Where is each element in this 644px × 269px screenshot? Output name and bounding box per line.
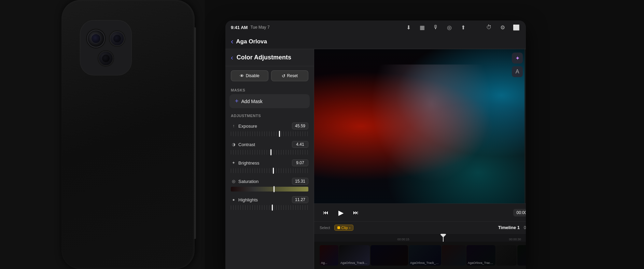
- time-display: 00:00:27:17: [513, 209, 526, 216]
- panel-header: ‹ Color Adjustments: [225, 49, 314, 66]
- iphone-back: [61, 0, 195, 269]
- clock-icon[interactable]: ⏱: [485, 23, 493, 31]
- color-adjustments-panel: ‹ Color Adjustments 👁 Disable ↺ Reset MA…: [225, 49, 314, 269]
- brightness-slider[interactable]: [231, 168, 308, 174]
- clip-label-text: Clip: [341, 226, 348, 230]
- clip-2-label: AgaOrlova_Track_Wid...: [340, 261, 368, 265]
- expand-icon[interactable]: ⬜: [512, 23, 520, 31]
- filmstrip-icon[interactable]: ▦: [418, 23, 426, 31]
- play-button[interactable]: ▶: [336, 208, 346, 217]
- panel-back-button[interactable]: ‹: [231, 54, 233, 61]
- settings-icon[interactable]: ⚙: [499, 23, 507, 31]
- nav-back-button[interactable]: ‹: [231, 37, 233, 46]
- panel-title: Color Adjustments: [237, 54, 308, 61]
- brightness-label: Brightness: [238, 160, 259, 166]
- saturation-label: Saturation: [238, 179, 258, 184]
- contrast-row: ◑ Contrast 4.41: [225, 138, 314, 157]
- contrast-icon: ◑: [231, 142, 236, 147]
- saturation-slider[interactable]: [231, 186, 308, 192]
- clip-3[interactable]: [370, 245, 408, 266]
- clip-chevron: ›: [349, 226, 351, 230]
- add-mask-label: Add Mask: [241, 99, 263, 104]
- contrast-slider[interactable]: [231, 149, 308, 155]
- brightness-value[interactable]: 9.07: [292, 159, 308, 166]
- exposure-row: ↑ Exposure 45.59: [225, 120, 314, 138]
- top-right-icons: ⬇ ▦ 🎙 ◎ ⬆ ⏱ ⚙ ⬜: [404, 23, 520, 31]
- rgb-overlay-panel: RGB Overlay: [524, 49, 526, 203]
- adjustments-section: ADJUSTMENTS ↑ Exposure 45.59: [225, 111, 314, 216]
- contrast-value[interactable]: 4.41: [292, 141, 308, 148]
- timeline-ruler: 00:00:15 00:00:30: [314, 233, 526, 242]
- reset-button[interactable]: ↺ Reset: [271, 70, 309, 81]
- timeline-info-bar: Select Clip › Timeline 1 01:24 ⓘ: [314, 221, 526, 233]
- brightness-row: ✦ Brightness 9.07: [225, 157, 314, 175]
- adjustments-section-label: ADJUSTMENTS: [225, 111, 314, 120]
- reset-icon: ↺: [282, 73, 285, 79]
- location-icon[interactable]: ◎: [445, 23, 453, 31]
- saturation-icon: ◎: [231, 179, 236, 184]
- clip-4[interactable]: AgaOrlova_Track_CU03: [409, 245, 441, 266]
- timeline-name: Timeline 1: [498, 225, 520, 230]
- left-device-area: [0, 0, 205, 269]
- exposure-value[interactable]: 45.59: [292, 123, 308, 129]
- clip-8[interactable]: [517, 245, 526, 266]
- main-content: ‹ Color Adjustments 👁 Disable ↺ Reset MA…: [225, 49, 526, 269]
- highlights-row: ● Highlights 11.27: [225, 194, 314, 212]
- clip-1-label: Ag...: [321, 261, 327, 265]
- clip-1[interactable]: Ag...: [320, 245, 338, 266]
- clip-4-label: AgaOrlova_Track_CU03: [410, 261, 439, 265]
- camera-lens-secondary: [110, 31, 125, 46]
- clip-7[interactable]: [496, 245, 517, 266]
- highlights-icon: ●: [231, 197, 236, 202]
- ruler-mark-30: 00:00:30: [487, 238, 526, 242]
- video-preview: ✦ A RGB Overlay: [314, 49, 526, 203]
- phone-side-bar: [194, 27, 196, 239]
- status-time: 9:41 AM: [231, 25, 248, 30]
- select-label: Select: [320, 226, 330, 230]
- exposure-slider[interactable]: [231, 131, 308, 137]
- app-container: 9:41 AM Tue May 7 ⬇ ▦ 🎙 ◎ ⬆ ⏱ ⚙ ⬜ ‹ Aga …: [225, 20, 526, 269]
- clip-6[interactable]: AgaOrlova_Track_A...: [466, 245, 495, 266]
- highlights-value[interactable]: 11.27: [292, 196, 308, 203]
- timeline-clips: Ag... AgaOrlova_Track_Wid... AgaOrlova_T…: [314, 242, 526, 269]
- status-bar-left: 9:41 AM Tue May 7: [231, 25, 270, 30]
- exposure-icon: ↑: [231, 123, 236, 129]
- playhead-diamond: [440, 233, 446, 237]
- contrast-label: Contrast: [238, 142, 255, 147]
- clip-5[interactable]: [442, 245, 466, 266]
- clip-6-label: AgaOrlova_Track_A...: [468, 261, 494, 265]
- sparkle-tool-button[interactable]: ✦: [512, 53, 523, 63]
- text-tool-button[interactable]: A: [512, 66, 523, 77]
- action-buttons: 👁 Disable ↺ Reset: [225, 66, 314, 85]
- video-figure: [361, 65, 502, 196]
- clip-badge[interactable]: Clip ›: [334, 225, 354, 231]
- add-mask-plus-icon: +: [235, 98, 239, 105]
- camera-lens-main: [87, 30, 105, 47]
- highlights-slider[interactable]: [231, 204, 308, 211]
- clip-2[interactable]: AgaOrlova_Track_Wid...: [339, 245, 370, 266]
- exposure-label: Exposure: [238, 124, 257, 129]
- saturation-value[interactable]: 15.31: [292, 178, 308, 185]
- nav-title: Aga Orlova: [236, 38, 520, 45]
- prev-frame-button[interactable]: ⏮: [321, 208, 331, 217]
- add-mask-button[interactable]: + Add Mask: [229, 94, 310, 108]
- clips-row: Ag... AgaOrlova_Track_Wid... AgaOrlova_T…: [314, 244, 526, 266]
- reset-label: Reset: [287, 73, 298, 78]
- playback-bar: ⏮ ▶ ⏭ 00:00:27:17: [314, 203, 526, 221]
- status-date: Tue May 7: [250, 25, 269, 30]
- ruler-marks: 00:00:15 00:00:30: [320, 238, 526, 242]
- camera-lens-tertiary: [98, 51, 113, 66]
- highlights-label: Highlights: [238, 197, 258, 202]
- saturation-row: ◎ Saturation 15.31: [225, 175, 314, 194]
- video-area: ✦ A RGB Overlay: [314, 49, 526, 203]
- share-icon[interactable]: ⬆: [459, 23, 467, 31]
- playhead: [443, 234, 444, 242]
- mic-icon[interactable]: 🎙: [432, 23, 440, 31]
- disable-label: Disable: [246, 73, 260, 78]
- masks-section-label: MASKS: [225, 85, 314, 94]
- download-icon[interactable]: ⬇: [404, 23, 412, 31]
- camera-module: [80, 20, 131, 75]
- disable-button[interactable]: 👁 Disable: [231, 70, 268, 81]
- side-toolbar: ✦ A: [512, 53, 523, 77]
- next-frame-button[interactable]: ⏭: [351, 208, 361, 217]
